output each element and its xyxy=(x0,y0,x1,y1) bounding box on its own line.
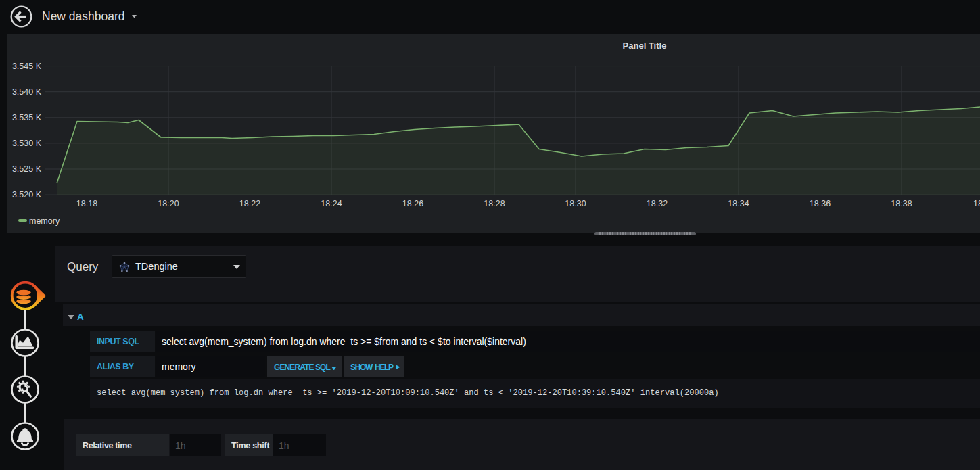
svg-text:18:30: 18:30 xyxy=(565,199,586,208)
svg-text:18:28: 18:28 xyxy=(484,199,505,208)
svg-text:3.540 K: 3.540 K xyxy=(12,87,42,97)
svg-text:18:32: 18:32 xyxy=(647,199,668,208)
svg-text:3.525 K: 3.525 K xyxy=(12,164,42,174)
svg-text:3.545 K: 3.545 K xyxy=(12,62,42,71)
svg-text:18:18: 18:18 xyxy=(76,199,97,208)
svg-text:3.535 K: 3.535 K xyxy=(12,113,42,122)
svg-text:18:34: 18:34 xyxy=(728,199,749,208)
svg-text:18: 18 xyxy=(973,199,980,208)
svg-text:18:26: 18:26 xyxy=(402,199,423,208)
svg-text:3.520 K: 3.520 K xyxy=(12,190,42,199)
svg-text:18:20: 18:20 xyxy=(158,199,179,208)
svg-text:18:38: 18:38 xyxy=(891,199,912,208)
svg-text:memory: memory xyxy=(29,216,60,226)
svg-text:3.530 K: 3.530 K xyxy=(12,139,42,148)
svg-text:18:24: 18:24 xyxy=(321,199,342,208)
svg-text:18:36: 18:36 xyxy=(810,199,831,208)
svg-text:18:22: 18:22 xyxy=(239,199,260,208)
